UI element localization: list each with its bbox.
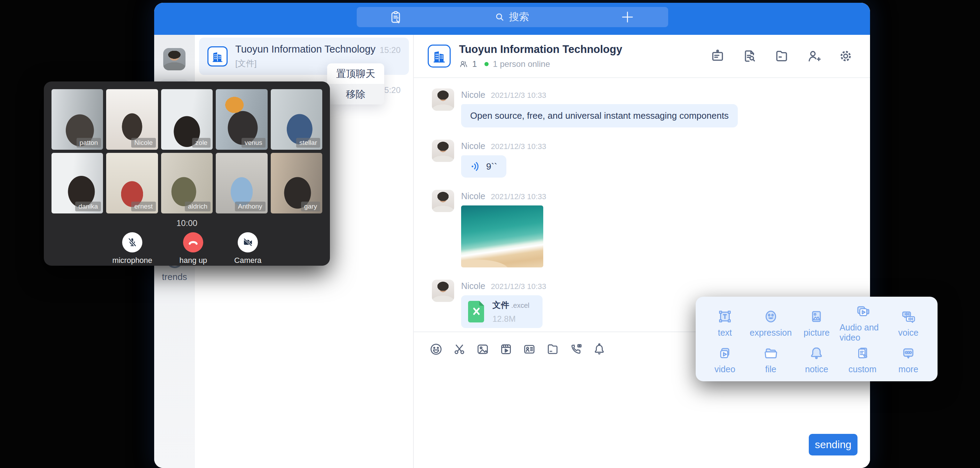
chat-title: Tuoyun Information Technology xyxy=(459,43,710,56)
file-folder-icon xyxy=(762,345,779,361)
message-list: Nicole 2021/12/3 10:33 Open source, free… xyxy=(414,78,870,332)
file-bubble[interactable]: 文件.excel 12.8M xyxy=(461,295,542,328)
panel-item-label: picture xyxy=(803,327,830,338)
sender-avatar[interactable] xyxy=(432,280,454,302)
panel-item-picture[interactable]: picture xyxy=(794,303,840,343)
video-call-icon[interactable] xyxy=(569,342,583,356)
camera-toggle[interactable]: Camera xyxy=(234,232,261,265)
online-status: 1 person online xyxy=(493,59,550,69)
more-icon xyxy=(900,345,917,361)
panel-item-label: voice xyxy=(898,327,918,338)
sender-avatar[interactable] xyxy=(432,190,454,212)
panel-item-label: text xyxy=(718,327,732,338)
chat-header: Tuoyun Information Technology 1 1 person… xyxy=(414,35,870,78)
panel-item-label: notice xyxy=(805,364,828,374)
video-tile: ernest xyxy=(106,153,158,214)
emoji-icon[interactable] xyxy=(429,342,443,356)
message-voice: Nicole 2021/12/3 10:33 9`` xyxy=(432,140,870,177)
video-tile: Nicole xyxy=(106,89,158,150)
panel-item-label: more xyxy=(899,364,918,374)
voice-wave-icon xyxy=(470,161,481,172)
panel-item-label: expression xyxy=(749,327,792,338)
announcement-icon[interactable] xyxy=(710,48,725,64)
panel-item-custom[interactable]: custom xyxy=(839,343,885,377)
top-bar: 搜索 xyxy=(154,3,870,35)
sender-name: Nicole xyxy=(461,191,485,201)
participant-name: danika xyxy=(75,201,101,211)
panel-item-text[interactable]: text xyxy=(702,303,748,343)
control-label: hang up xyxy=(180,256,207,265)
menu-item-remove[interactable]: 移除 xyxy=(327,84,384,104)
member-count: 1 xyxy=(472,59,477,69)
file-ext: .excel xyxy=(511,302,529,309)
panel-item-video[interactable]: video xyxy=(702,343,748,377)
panel-item-voice[interactable]: voice xyxy=(885,303,931,343)
voice-bubble[interactable]: 9`` xyxy=(461,155,506,177)
panel-item-expression[interactable]: expression xyxy=(748,303,794,343)
search-placeholder: 搜索 xyxy=(509,10,529,24)
file-size: 12.8M xyxy=(492,314,529,324)
contact-card-icon[interactable] xyxy=(522,342,536,356)
call-timer: 10:00 xyxy=(44,218,330,228)
trends-label: trends xyxy=(154,272,195,283)
page: 搜索 trends xyxy=(0,0,980,468)
folder-icon[interactable] xyxy=(546,342,560,356)
menu-item-pin-chat[interactable]: 置顶聊天 xyxy=(327,63,384,84)
group-call-window: patton Nicole zole venus stellar danika … xyxy=(44,81,330,266)
sender-avatar[interactable] xyxy=(432,140,454,162)
plus-icon[interactable] xyxy=(621,10,634,24)
sender-avatar[interactable] xyxy=(432,88,454,111)
folder-icon[interactable] xyxy=(774,48,789,64)
mic-off-icon xyxy=(126,236,138,248)
panel-item-file[interactable]: file xyxy=(748,343,794,377)
camera-off-icon xyxy=(242,236,254,248)
hang-up-button[interactable]: hang up xyxy=(180,232,207,265)
conversation-time: 15:20 xyxy=(380,45,401,55)
voice-icon xyxy=(900,308,917,325)
settings-icon[interactable] xyxy=(838,48,853,64)
screenshot-icon[interactable] xyxy=(452,342,466,356)
video-tile: patton xyxy=(51,89,103,150)
panel-item-notice[interactable]: notice xyxy=(794,343,840,377)
beach-photo-message[interactable] xyxy=(461,206,543,267)
image-icon[interactable] xyxy=(476,342,490,356)
sender-name: Nicole xyxy=(461,281,485,291)
message-time: 2021/12/3 10:33 xyxy=(491,282,546,291)
message-time: 2021/12/3 10:33 xyxy=(491,192,546,201)
group-building-icon xyxy=(207,46,228,67)
panel-item-more[interactable]: more xyxy=(885,343,931,377)
expression-icon xyxy=(762,308,779,325)
control-label: microphone xyxy=(112,256,153,265)
chat-history-search-icon[interactable] xyxy=(742,48,757,64)
send-button[interactable]: sending xyxy=(809,434,858,455)
custom-icon xyxy=(854,345,871,361)
participant-name: Anthony xyxy=(235,201,266,211)
sender-name: Nicole xyxy=(461,90,485,100)
panel-item-label: Audio and video xyxy=(839,323,885,343)
conversation-title: Tuoyun Information Technology xyxy=(235,43,375,55)
online-dot xyxy=(484,62,488,66)
hang-up-icon xyxy=(187,236,199,248)
search-placeholder-group: 搜索 xyxy=(495,10,529,24)
video-tile: danika xyxy=(51,153,103,214)
video-tile: aldrich xyxy=(161,153,213,214)
message-time: 2021/12/3 10:33 xyxy=(491,91,546,100)
video-tile: zole xyxy=(161,89,213,150)
notification-icon[interactable] xyxy=(592,342,606,356)
picture-icon xyxy=(808,308,825,325)
participant-name: ernest xyxy=(131,201,156,211)
notice-bell-icon xyxy=(808,345,825,361)
search-input[interactable]: 搜索 xyxy=(357,7,668,27)
audio-video-icon xyxy=(854,303,871,319)
panel-item-label: custom xyxy=(848,364,877,374)
microphone-toggle[interactable]: microphone xyxy=(112,232,153,265)
user-avatar[interactable] xyxy=(163,48,186,70)
add-member-icon[interactable] xyxy=(806,48,821,64)
text-icon xyxy=(717,308,733,325)
excel-file-icon xyxy=(468,301,486,323)
panel-item-audio-video[interactable]: Audio and video xyxy=(839,303,885,343)
video-icon[interactable] xyxy=(499,342,513,356)
message-time: 2021/12/3 10:33 xyxy=(491,142,546,151)
call-controls: microphone hang up xyxy=(44,232,330,265)
history-call-icon[interactable] xyxy=(389,10,402,24)
